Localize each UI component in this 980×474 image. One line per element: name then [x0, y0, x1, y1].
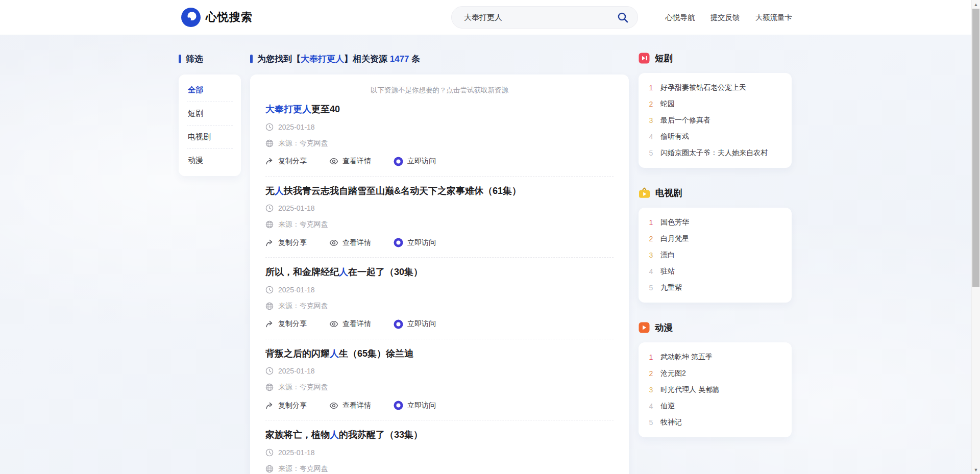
copy-share-button[interactable]: 复制分享 — [265, 238, 307, 247]
rank-number: 3 — [648, 386, 654, 394]
result-title[interactable]: 大奉打更人更至40 — [265, 104, 614, 115]
rank-number: 1 — [648, 84, 654, 92]
ranking-item[interactable]: 九重紫 — [660, 283, 682, 292]
result-title[interactable]: 无人扶我青云志我自踏雪至山巅&名动天下之家事难休（61集） — [265, 185, 614, 197]
view-detail-button-label: 查看详情 — [342, 157, 371, 166]
copy-share-button[interactable]: 复制分享 — [265, 319, 307, 329]
visit-now-button-label: 立即访问 — [407, 319, 436, 329]
results-card: 以下资源不是你想要的？点击尝试获取新资源 大奉打更人更至402025-01-18… — [250, 74, 629, 474]
search-box[interactable] — [451, 6, 638, 29]
ranking-item[interactable]: 沧元图2 — [660, 369, 686, 378]
ranking-item[interactable]: 武动乾坤 第五季 — [660, 353, 713, 362]
clock-icon — [265, 448, 274, 457]
ranking-item[interactable]: 闪婚京圈太子爷：夫人她来自农村 — [660, 148, 768, 158]
brand-name: 心悦搜索 — [206, 10, 253, 25]
filter-item-电视剧[interactable]: 电视剧 — [187, 126, 233, 148]
clock-icon — [265, 286, 274, 294]
ranking-item[interactable]: 国色芳华 — [660, 218, 689, 227]
ranking-card: 1国色芳华2白月梵星3漂白4驻站5九重紫 — [639, 208, 792, 303]
results-summary-suffix: 条 — [409, 54, 421, 64]
rank-number: 4 — [648, 267, 654, 276]
globe-icon — [265, 302, 274, 310]
view-detail-button[interactable]: 查看详情 — [329, 238, 371, 247]
result-date: 2025-01-18 — [278, 123, 315, 131]
result-source-row: 来源：夸克网盘 — [265, 383, 614, 392]
ranking-item[interactable]: 好孕甜妻被钻石老公宠上天 — [660, 83, 746, 92]
share-icon — [265, 157, 274, 165]
scrollbar-up-arrow[interactable]: ▲ — [972, 0, 980, 9]
filter-item-短剧[interactable]: 短剧 — [187, 102, 233, 125]
view-detail-button[interactable]: 查看详情 — [329, 319, 371, 329]
result-item: 背叛之后的闪耀人生（65集）徐兰迪2025-01-18来源：夸克网盘复制分享查看… — [265, 339, 614, 421]
top-nav-link-3[interactable]: 大额流量卡 — [755, 13, 793, 22]
ranking-item[interactable]: 驻站 — [660, 267, 675, 276]
copy-share-button-label: 复制分享 — [278, 238, 307, 247]
result-date: 2025-01-18 — [278, 286, 315, 294]
title-text: 家族将亡，植物 — [265, 430, 330, 440]
results-keyword: 大奉打更人 — [301, 54, 344, 64]
visit-icon — [394, 401, 403, 410]
ranking-item[interactable]: 漂白 — [660, 251, 675, 260]
ranking-title: 动漫 — [655, 321, 673, 334]
copy-share-button[interactable]: 复制分享 — [265, 157, 307, 166]
ranking-item[interactable]: 仙逆 — [660, 402, 675, 411]
ranking-card: 1武动乾坤 第五季2沧元图23时光代理人 英都篇4仙逆5牧神记 — [639, 342, 792, 437]
result-date-row: 2025-01-18 — [265, 204, 614, 212]
ranking-item[interactable]: 蛇园 — [660, 99, 675, 109]
result-list: 大奉打更人更至402025-01-18来源：夸克网盘复制分享查看详情立即访问无人… — [265, 95, 614, 474]
top-nav-link-1[interactable]: 心悦导航 — [666, 13, 695, 22]
clock-icon — [265, 204, 274, 212]
visit-now-button[interactable]: 立即访问 — [394, 238, 436, 247]
result-item: 家族将亡，植物人的我苏醒了（33集）2025-01-18来源：夸克网盘复制分享查… — [265, 420, 614, 474]
view-detail-button-label: 查看详情 — [342, 238, 371, 247]
view-detail-button[interactable]: 查看详情 — [329, 157, 371, 166]
ranking-card: 1好孕甜妻被钻石老公宠上天2蛇园3最后一个修真者4偷听有戏5闪婚京圈太子爷：夫人… — [639, 73, 792, 168]
ranking-row: 5九重紫 — [648, 280, 782, 296]
top-nav-link-2[interactable]: 提交反馈 — [710, 13, 740, 22]
result-source: 来源：夸克网盘 — [278, 220, 328, 229]
view-detail-button[interactable]: 查看详情 — [329, 401, 371, 410]
title-highlight: 人 — [275, 186, 284, 196]
ranking-header: 动漫 — [639, 321, 792, 334]
view-detail-button-label: 查看详情 — [342, 319, 371, 329]
results-summary-middle: 】相关资源 — [344, 54, 390, 64]
result-source-row: 来源：夸克网盘 — [265, 220, 614, 229]
results-panel: 为您找到【大奉打更人】相关资源 1477 条 以下资源不是你想要的？点击尝试获取… — [250, 53, 629, 474]
result-date-row: 2025-01-18 — [265, 286, 614, 294]
globe-icon — [265, 465, 274, 473]
rank-number: 5 — [648, 149, 654, 157]
search-button[interactable] — [615, 10, 630, 25]
result-title[interactable]: 背叛之后的闪耀人生（65集）徐兰迪 — [265, 348, 614, 360]
globe-icon — [265, 220, 274, 229]
result-actions: 复制分享查看详情立即访问 — [265, 401, 614, 410]
ranking-title: 短剧 — [655, 52, 673, 64]
visit-now-button[interactable]: 立即访问 — [394, 319, 436, 329]
result-title[interactable]: 所以，和金牌经纪人在一起了（30集） — [265, 266, 614, 278]
rank-number: 5 — [648, 284, 654, 292]
visit-now-button[interactable]: 立即访问 — [394, 157, 436, 166]
ranking-item[interactable]: 偷听有戏 — [660, 132, 689, 141]
filter-item-全部[interactable]: 全部 — [187, 79, 233, 102]
result-actions: 复制分享查看详情立即访问 — [265, 319, 614, 329]
ranking-row: 4仙逆 — [648, 398, 782, 414]
filter-card: 全部短剧电视剧动漫 — [179, 74, 241, 176]
refresh-notice[interactable]: 以下资源不是你想要的？点击尝试获取新资源 — [265, 86, 614, 95]
result-title[interactable]: 家族将亡，植物人的我苏醒了（33集） — [265, 429, 614, 441]
scrollbar-down-arrow[interactable]: ▼ — [972, 465, 980, 474]
title-highlight: 人 — [330, 430, 339, 440]
scrollbar[interactable]: ▲ ▼ — [971, 0, 980, 474]
search-input[interactable] — [464, 13, 615, 22]
ranking-item[interactable]: 最后一个修真者 — [660, 116, 710, 125]
ranking-item[interactable]: 白月梵星 — [660, 234, 689, 243]
visit-now-button[interactable]: 立即访问 — [394, 401, 436, 410]
title-text: 背叛之后的闪耀 — [265, 348, 330, 359]
scrollbar-thumb[interactable] — [972, 9, 979, 287]
brand-logo[interactable]: 心悦搜索 — [181, 8, 253, 27]
result-date: 2025-01-18 — [278, 367, 315, 375]
title-highlight: 大奉打更人 — [265, 104, 311, 114]
result-source: 来源：夸克网盘 — [278, 383, 328, 392]
copy-share-button[interactable]: 复制分享 — [265, 401, 307, 410]
ranking-item[interactable]: 牧神记 — [660, 418, 682, 427]
ranking-item[interactable]: 时光代理人 英都篇 — [660, 385, 720, 394]
filter-item-动漫[interactable]: 动漫 — [187, 149, 233, 172]
